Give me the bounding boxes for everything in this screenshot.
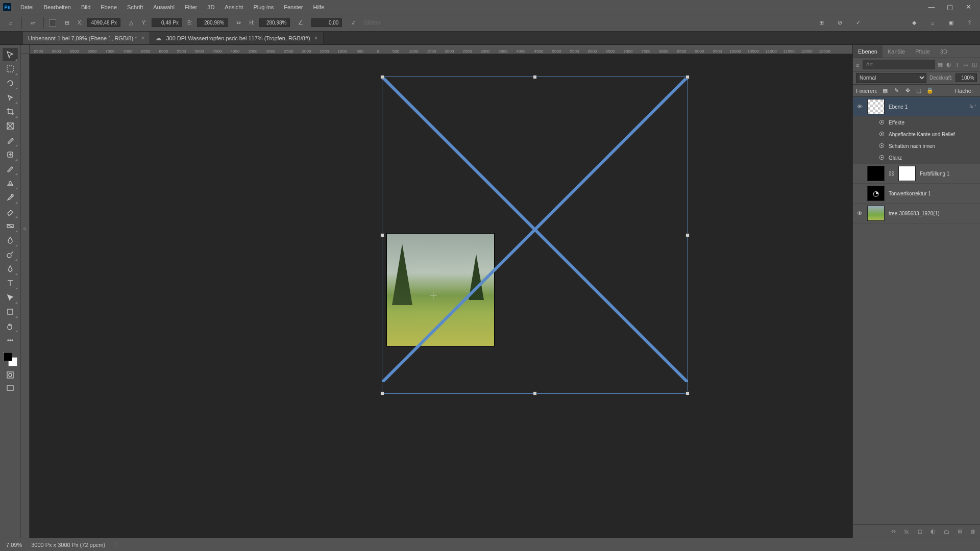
filter-type-icon[interactable]: T (954, 61, 960, 69)
reference-point-grid-icon[interactable]: ⊞ (61, 17, 72, 29)
menu-auswahl[interactable]: Auswahl (149, 2, 179, 12)
document-tab-1[interactable]: Unbenannt-1 bei 7,09% (Ebene 1, RGB/8) *… (23, 32, 150, 44)
layer-row[interactable]: 👁 tree-3095683_1920(1) (853, 204, 980, 223)
lock-all-icon[interactable]: 🔒 (926, 87, 934, 94)
quick-mask-icon[interactable] (6, 370, 15, 380)
window-close[interactable]: ✕ (960, 2, 977, 12)
document-tab-2[interactable]: ☁ 300 DPI Wassertropfen.psdc bei 117% (T… (150, 32, 323, 44)
layer-mask-icon[interactable]: ◻ (916, 528, 924, 536)
history-brush-tool[interactable] (3, 191, 18, 204)
layer-row[interactable]: 👁 ◔ Tonwertkorrektur 1 (853, 184, 980, 204)
path-select-tool[interactable] (3, 291, 18, 304)
crop-tool[interactable] (3, 105, 18, 118)
lock-transparency-icon[interactable]: ▦ (881, 87, 889, 94)
lock-position-icon[interactable]: ✥ (904, 87, 911, 94)
shape-tool[interactable] (3, 305, 18, 318)
transform-handle-bl[interactable] (380, 391, 384, 395)
screen-mode-icon[interactable] (6, 384, 15, 393)
layer-name[interactable]: Farbfüllung 1 (920, 171, 949, 177)
layer-thumbnail[interactable] (867, 99, 885, 114)
panel-tab-3d[interactable]: 3D (935, 45, 952, 58)
layer-thumbnail[interactable] (867, 206, 885, 221)
layer-name[interactable]: Ebene 1 (889, 104, 908, 110)
status-popup-icon[interactable]: 〉 (114, 541, 120, 548)
home-icon[interactable]: ⌂ (5, 17, 16, 29)
menu-filter[interactable]: Filter (181, 2, 201, 12)
transform-bounding-box[interactable] (382, 77, 688, 394)
tab-close-icon[interactable]: × (141, 35, 144, 42)
brush-tool[interactable] (3, 162, 18, 176)
mask-link-icon[interactable]: ⛓ (889, 170, 894, 177)
search-icon[interactable]: ⌕ (927, 17, 938, 29)
layer-mask-thumbnail[interactable] (898, 166, 916, 181)
filter-adjust-icon[interactable]: ◐ (946, 61, 952, 69)
transform-handle-br[interactable] (685, 391, 690, 395)
layer-row[interactable]: 👁 Ebene 1 fx ˅ (853, 97, 980, 117)
layer-style-icon[interactable]: fx (902, 528, 911, 536)
transform-handle-bm[interactable] (533, 391, 537, 395)
link-layers-icon[interactable]: ⇔ (889, 528, 897, 536)
x-value[interactable]: 4090,48 Px (87, 18, 120, 27)
layer-effect-item[interactable]: ⦿ Glanz (853, 152, 980, 164)
foreground-color[interactable] (3, 352, 12, 361)
filter-pixel-icon[interactable]: ▦ (938, 61, 943, 69)
dodge-tool[interactable] (3, 248, 18, 261)
healing-brush-tool[interactable] (3, 148, 18, 161)
layer-row[interactable]: 👁 ⛓ Farbfüllung 1 (853, 164, 980, 184)
layer-fx-badge[interactable]: fx ˅ (969, 104, 977, 109)
cloud-docs-icon[interactable]: ◆ (909, 17, 920, 29)
xy-swap-icon[interactable]: △ (126, 17, 137, 29)
window-maximize[interactable]: ▢ (941, 2, 959, 12)
skew-h-icon[interactable]: ⫽ (347, 17, 358, 29)
layer-visibility-icon[interactable]: 👁 (856, 103, 863, 110)
warp-mode-icon[interactable]: ⊞ (816, 17, 827, 29)
menu-ebene[interactable]: Ebene (96, 2, 121, 12)
effect-visibility-icon[interactable]: ⦿ (878, 142, 885, 149)
zoom-level[interactable]: 7,09% (6, 542, 22, 548)
layer-effects-header[interactable]: ⦿ Effekte (853, 117, 980, 129)
lock-artboard-icon[interactable]: ▢ (915, 87, 922, 94)
blur-tool[interactable] (3, 234, 18, 247)
layer-visibility-icon[interactable]: 👁 (856, 190, 863, 197)
filter-smart-icon[interactable]: ◫ (971, 61, 977, 69)
ruler-horizontal[interactable]: 9500900085008000750070006500600055005000… (30, 45, 852, 54)
marquee-tool[interactable] (3, 62, 18, 76)
color-swatches[interactable] (3, 352, 17, 366)
quick-select-tool[interactable] (3, 91, 18, 104)
share-icon[interactable]: ⇪ (964, 17, 975, 29)
delete-layer-icon[interactable]: 🗑 (969, 528, 977, 536)
cancel-transform-icon[interactable]: ⊘ (834, 17, 845, 29)
aspect-lock-icon[interactable]: ⇔ (233, 17, 244, 29)
transform-handle-tl[interactable] (380, 75, 384, 79)
clone-stamp-tool[interactable] (3, 177, 18, 190)
commit-transform-icon[interactable]: ✓ (852, 17, 864, 29)
ruler-vertical[interactable]: 0 (20, 54, 30, 538)
layer-effect-item[interactable]: ⦿ Schatten nach innen (853, 140, 980, 152)
blend-mode-select[interactable]: Normal (856, 73, 926, 83)
rotation-value[interactable]: 0,00 (311, 18, 342, 27)
menu-schrift[interactable]: Schrift (123, 2, 147, 12)
gradient-tool[interactable] (3, 219, 18, 233)
layer-visibility-icon[interactable]: 👁 (856, 210, 863, 217)
hand-tool[interactable] (3, 319, 18, 333)
workspace-icon[interactable]: ▣ (945, 17, 957, 29)
effect-visibility-icon[interactable]: ⦿ (878, 154, 885, 161)
menu-bild[interactable]: Bild (77, 2, 94, 12)
eyedropper-tool[interactable] (3, 134, 18, 147)
type-tool[interactable] (3, 277, 18, 290)
document-info[interactable]: 3000 Px x 3000 Px (72 ppcm) (31, 542, 105, 548)
menu-fenster[interactable]: Fenster (280, 2, 307, 12)
pen-tool[interactable] (3, 262, 18, 276)
new-layer-icon[interactable]: ⊞ (955, 528, 964, 536)
adjustment-layer-icon[interactable]: ◐ (929, 528, 937, 536)
panel-tab-ebenen[interactable]: Ebenen (853, 45, 883, 58)
layer-name[interactable]: tree-3095683_1920(1) (889, 211, 940, 216)
transform-handle-tr[interactable] (685, 75, 690, 79)
transform-handle-ml[interactable] (380, 233, 384, 237)
lasso-tool[interactable] (3, 77, 18, 90)
canvas-area[interactable]: 9500900085008000750070006500600055005000… (20, 45, 852, 538)
reference-point-toggle[interactable] (49, 19, 56, 27)
layer-name[interactable]: Tonwertkorrektur 1 (889, 191, 931, 196)
panel-tab-pfade[interactable]: Pfade (910, 45, 935, 58)
transform-tool-icon[interactable]: ▱ (27, 17, 38, 29)
